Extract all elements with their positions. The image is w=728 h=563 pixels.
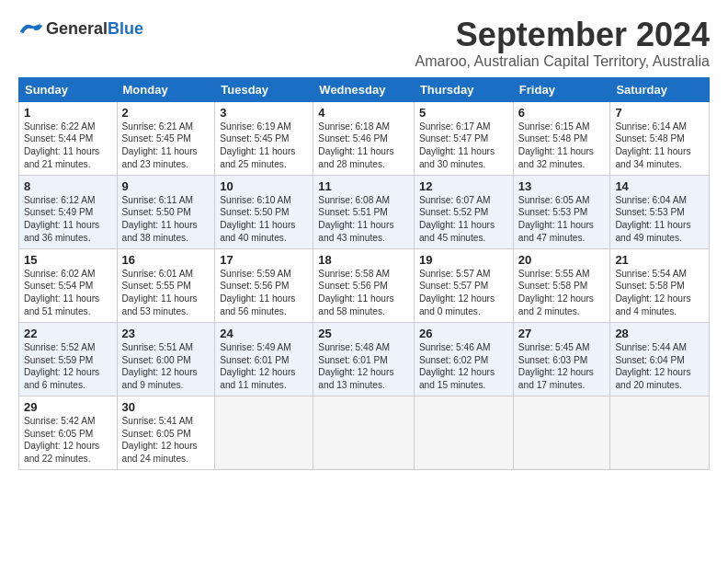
calendar-header-row: SundayMondayTuesdayWednesdayThursdayFrid… bbox=[19, 77, 710, 101]
day-number: 13 bbox=[518, 179, 606, 193]
month-title: September 2024 bbox=[143, 17, 710, 53]
calendar-cell: 11Sunrise: 6:08 AM Sunset: 5:51 PM Dayli… bbox=[313, 175, 415, 248]
day-info: Sunrise: 6:05 AM Sunset: 5:53 PM Dayligh… bbox=[518, 194, 606, 245]
day-info: Sunrise: 5:52 AM Sunset: 5:59 PM Dayligh… bbox=[24, 341, 112, 392]
day-info: Sunrise: 5:59 AM Sunset: 5:56 PM Dayligh… bbox=[220, 268, 308, 318]
day-info: Sunrise: 5:55 AM Sunset: 5:58 PM Dayligh… bbox=[518, 268, 606, 318]
day-number: 26 bbox=[419, 327, 508, 340]
day-info: Sunrise: 6:07 AM Sunset: 5:52 PM Dayligh… bbox=[419, 194, 508, 245]
calendar-cell: 13Sunrise: 6:05 AM Sunset: 5:53 PM Dayli… bbox=[513, 175, 610, 248]
day-number: 24 bbox=[220, 327, 308, 340]
weekday-header-friday: Friday bbox=[513, 77, 610, 101]
calendar-cell: 30Sunrise: 5:41 AM Sunset: 6:05 PM Dayli… bbox=[117, 396, 215, 469]
calendar-cell bbox=[414, 396, 513, 469]
calendar-cell bbox=[313, 396, 415, 469]
calendar-cell: 2Sunrise: 6:21 AM Sunset: 5:45 PM Daylig… bbox=[117, 101, 215, 175]
calendar-cell: 1Sunrise: 6:22 AM Sunset: 5:44 PM Daylig… bbox=[19, 101, 118, 175]
calendar-cell bbox=[513, 396, 610, 469]
day-info: Sunrise: 6:21 AM Sunset: 5:45 PM Dayligh… bbox=[122, 121, 210, 171]
calendar-cell: 14Sunrise: 6:04 AM Sunset: 5:53 PM Dayli… bbox=[610, 175, 710, 248]
day-info: Sunrise: 6:04 AM Sunset: 5:53 PM Dayligh… bbox=[615, 194, 704, 245]
calendar-cell: 29Sunrise: 5:42 AM Sunset: 6:05 PM Dayli… bbox=[19, 396, 118, 469]
day-number: 21 bbox=[615, 253, 704, 267]
calendar-cell: 6Sunrise: 6:15 AM Sunset: 5:48 PM Daylig… bbox=[513, 101, 610, 175]
day-number: 22 bbox=[24, 327, 112, 340]
day-number: 10 bbox=[220, 179, 308, 193]
calendar-cell: 25Sunrise: 5:48 AM Sunset: 6:01 PM Dayli… bbox=[313, 322, 415, 396]
weekday-header-tuesday: Tuesday bbox=[215, 77, 313, 101]
calendar-cell: 20Sunrise: 5:55 AM Sunset: 5:58 PM Dayli… bbox=[513, 248, 610, 322]
day-info: Sunrise: 6:02 AM Sunset: 5:54 PM Dayligh… bbox=[24, 268, 112, 318]
title-area: September 2024 Amaroo, Australian Capita… bbox=[143, 17, 710, 70]
day-number: 14 bbox=[615, 179, 704, 193]
logo-text: GeneralBlue bbox=[46, 20, 143, 37]
calendar-week-3: 15Sunrise: 6:02 AM Sunset: 5:54 PM Dayli… bbox=[19, 248, 710, 322]
calendar-cell: 4Sunrise: 6:18 AM Sunset: 5:46 PM Daylig… bbox=[313, 101, 415, 175]
day-number: 1 bbox=[24, 106, 112, 120]
day-info: Sunrise: 6:22 AM Sunset: 5:44 PM Dayligh… bbox=[24, 121, 112, 171]
calendar-cell bbox=[215, 396, 313, 469]
day-number: 9 bbox=[122, 179, 210, 193]
weekday-header-sunday: Sunday bbox=[19, 77, 118, 101]
calendar-week-1: 1Sunrise: 6:22 AM Sunset: 5:44 PM Daylig… bbox=[19, 101, 710, 175]
calendar-cell: 7Sunrise: 6:14 AM Sunset: 5:48 PM Daylig… bbox=[610, 101, 710, 175]
calendar-cell: 19Sunrise: 5:57 AM Sunset: 5:57 PM Dayli… bbox=[414, 248, 513, 322]
calendar-cell: 24Sunrise: 5:49 AM Sunset: 6:01 PM Dayli… bbox=[215, 322, 313, 396]
day-info: Sunrise: 5:41 AM Sunset: 6:05 PM Dayligh… bbox=[122, 415, 210, 465]
day-info: Sunrise: 5:49 AM Sunset: 6:01 PM Dayligh… bbox=[220, 341, 308, 392]
weekday-header-thursday: Thursday bbox=[414, 77, 513, 101]
day-number: 20 bbox=[518, 253, 606, 267]
logo-blue: Blue bbox=[108, 19, 143, 38]
day-info: Sunrise: 5:45 AM Sunset: 6:03 PM Dayligh… bbox=[518, 341, 606, 392]
day-info: Sunrise: 6:17 AM Sunset: 5:47 PM Dayligh… bbox=[419, 121, 508, 171]
day-info: Sunrise: 6:19 AM Sunset: 5:45 PM Dayligh… bbox=[220, 121, 308, 171]
calendar-cell: 3Sunrise: 6:19 AM Sunset: 5:45 PM Daylig… bbox=[215, 101, 313, 175]
location-title: Amaroo, Australian Capital Territory, Au… bbox=[143, 53, 710, 70]
day-info: Sunrise: 5:46 AM Sunset: 6:02 PM Dayligh… bbox=[419, 341, 508, 392]
day-info: Sunrise: 6:01 AM Sunset: 5:55 PM Dayligh… bbox=[122, 268, 210, 318]
day-number: 11 bbox=[318, 179, 409, 193]
day-info: Sunrise: 6:14 AM Sunset: 5:48 PM Dayligh… bbox=[615, 121, 704, 171]
logo-general: General bbox=[46, 19, 108, 38]
header: GeneralBlue September 2024 Amaroo, Austr… bbox=[18, 17, 710, 70]
day-info: Sunrise: 5:42 AM Sunset: 6:05 PM Dayligh… bbox=[24, 415, 112, 465]
calendar-cell: 18Sunrise: 5:58 AM Sunset: 5:56 PM Dayli… bbox=[313, 248, 415, 322]
calendar-cell: 12Sunrise: 6:07 AM Sunset: 5:52 PM Dayli… bbox=[414, 175, 513, 248]
day-info: Sunrise: 6:15 AM Sunset: 5:48 PM Dayligh… bbox=[518, 121, 606, 171]
day-info: Sunrise: 5:44 AM Sunset: 6:04 PM Dayligh… bbox=[615, 341, 704, 392]
day-number: 16 bbox=[122, 253, 210, 267]
day-number: 30 bbox=[122, 400, 210, 414]
calendar-cell: 5Sunrise: 6:17 AM Sunset: 5:47 PM Daylig… bbox=[414, 101, 513, 175]
day-number: 5 bbox=[419, 106, 508, 120]
day-info: Sunrise: 6:12 AM Sunset: 5:49 PM Dayligh… bbox=[24, 194, 112, 245]
day-number: 4 bbox=[318, 106, 409, 120]
day-info: Sunrise: 6:11 AM Sunset: 5:50 PM Dayligh… bbox=[122, 194, 210, 245]
calendar-cell: 21Sunrise: 5:54 AM Sunset: 5:58 PM Dayli… bbox=[610, 248, 710, 322]
day-info: Sunrise: 5:51 AM Sunset: 6:00 PM Dayligh… bbox=[122, 341, 210, 392]
weekday-header-monday: Monday bbox=[117, 77, 215, 101]
day-number: 17 bbox=[220, 253, 308, 267]
page: GeneralBlue September 2024 Amaroo, Austr… bbox=[0, 0, 728, 479]
calendar-cell: 9Sunrise: 6:11 AM Sunset: 5:50 PM Daylig… bbox=[117, 175, 215, 248]
day-number: 25 bbox=[318, 327, 409, 340]
calendar-cell: 10Sunrise: 6:10 AM Sunset: 5:50 PM Dayli… bbox=[215, 175, 313, 248]
calendar-week-2: 8Sunrise: 6:12 AM Sunset: 5:49 PM Daylig… bbox=[19, 175, 710, 248]
day-number: 23 bbox=[122, 327, 210, 340]
logo: GeneralBlue bbox=[18, 20, 143, 37]
calendar: SundayMondayTuesdayWednesdayThursdayFrid… bbox=[18, 77, 710, 470]
calendar-cell: 27Sunrise: 5:45 AM Sunset: 6:03 PM Dayli… bbox=[513, 322, 610, 396]
calendar-week-4: 22Sunrise: 5:52 AM Sunset: 5:59 PM Dayli… bbox=[19, 322, 710, 396]
day-number: 7 bbox=[615, 106, 704, 120]
calendar-cell: 8Sunrise: 6:12 AM Sunset: 5:49 PM Daylig… bbox=[19, 175, 118, 248]
day-number: 8 bbox=[24, 179, 112, 193]
day-number: 28 bbox=[615, 327, 704, 340]
day-number: 19 bbox=[419, 253, 508, 267]
calendar-week-5: 29Sunrise: 5:42 AM Sunset: 6:05 PM Dayli… bbox=[19, 396, 710, 469]
calendar-cell: 17Sunrise: 5:59 AM Sunset: 5:56 PM Dayli… bbox=[215, 248, 313, 322]
day-info: Sunrise: 6:18 AM Sunset: 5:46 PM Dayligh… bbox=[318, 121, 409, 171]
calendar-cell: 16Sunrise: 6:01 AM Sunset: 5:55 PM Dayli… bbox=[117, 248, 215, 322]
day-number: 2 bbox=[122, 106, 210, 120]
day-number: 15 bbox=[24, 253, 112, 267]
day-number: 29 bbox=[24, 400, 112, 414]
day-info: Sunrise: 5:58 AM Sunset: 5:56 PM Dayligh… bbox=[318, 268, 409, 318]
